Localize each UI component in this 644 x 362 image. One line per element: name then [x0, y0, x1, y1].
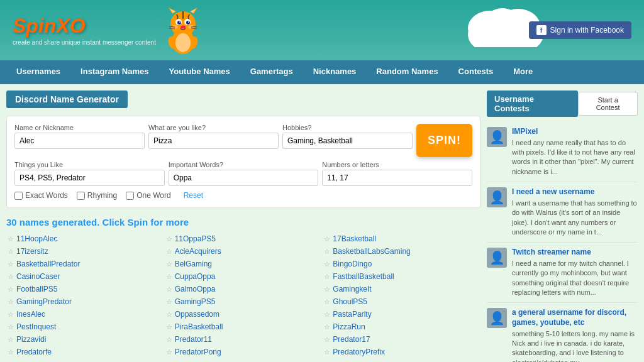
things-input[interactable]	[14, 170, 165, 186]
name-item[interactable]: ☆PestInquest	[6, 321, 164, 333]
contest-item: 👤 I need a new username I want a usernam…	[487, 182, 638, 243]
names-col2: ☆11OppaPS5 ☆AcieAcquirers ☆BelGaming ☆Cu…	[165, 233, 323, 358]
name-text: GhoulPS5	[333, 297, 367, 306]
one-word-text: One Word	[136, 191, 170, 200]
name-item[interactable]: ☆GamingPredator	[6, 295, 164, 308]
svg-point-12	[180, 26, 186, 29]
main-layout: Discord Name Generator Name or Nickname …	[0, 84, 644, 362]
contest-title[interactable]: a general username for discord, games, y…	[512, 308, 638, 327]
nav-nicknames[interactable]: Nicknames	[303, 60, 367, 84]
name-item[interactable]: ☆FootballPS5	[6, 283, 164, 295]
form-grid: Name or Nickname What are you like? Hobb…	[14, 124, 472, 157]
svg-point-11	[188, 21, 189, 23]
one-word-label[interactable]: One Word	[126, 191, 170, 200]
name-text: BelGaming	[175, 260, 212, 268]
name-item[interactable]: ☆11OppaPS5	[165, 233, 323, 245]
name-item[interactable]: ☆Predatorfe	[6, 346, 164, 358]
contest-title[interactable]: IMPixel	[512, 127, 638, 137]
name-item[interactable]: ☆BingoDingo	[323, 258, 480, 270]
like-label: What are you like?	[148, 124, 279, 131]
star-icon: ☆	[324, 285, 330, 293]
name-item[interactable]: ☆CuppaOppa	[165, 270, 323, 283]
contest-text: I need a new username I want a username …	[512, 187, 638, 237]
name-item[interactable]: ☆PredatoryPrefix	[323, 346, 480, 358]
name-item[interactable]: ☆Predator11	[165, 333, 323, 346]
hobbies-field-group: Hobbies?	[282, 124, 413, 149]
name-item[interactable]: ☆PastaParity	[323, 308, 480, 321]
name-item[interactable]: ☆Predator17	[323, 333, 480, 346]
nav-gamertags[interactable]: Gamertags	[240, 60, 303, 84]
contest-title[interactable]: Twitch streamer name	[512, 248, 638, 258]
sidebar-header: Username Contests Start a Contest	[487, 90, 638, 117]
nav-random[interactable]: Random Names	[366, 60, 448, 84]
star-icon: ☆	[324, 310, 330, 319]
name-input[interactable]	[14, 133, 145, 149]
rhyming-label[interactable]: Rhyming	[77, 191, 117, 200]
avatar-icon: 👤	[489, 190, 505, 205]
results-header: 30 names generated. Click Spin for more	[6, 217, 480, 228]
name-field-group: Name or Nickname	[14, 124, 145, 149]
rhyming-text: Rhyming	[87, 191, 117, 200]
exact-words-label[interactable]: Exact Words	[14, 191, 68, 200]
name-item[interactable]: ☆BasketballPredator	[6, 258, 164, 270]
contest-title[interactable]: I need a new username	[512, 187, 638, 197]
name-item[interactable]: ☆PiraBasketball	[165, 321, 323, 333]
name-item[interactable]: ☆PredatorPong	[165, 346, 323, 358]
name-text: CasinoCaser	[16, 272, 60, 281]
star-icon: ☆	[324, 348, 330, 356]
name-item[interactable]: ☆FastballBasketball	[323, 270, 480, 283]
name-text: Predator17	[333, 335, 370, 344]
xo-text: XO	[56, 14, 85, 37]
name-item[interactable]: ☆11HoopAlec	[6, 233, 164, 245]
name-item[interactable]: ☆Pizzavidi	[6, 333, 164, 346]
exact-words-checkbox[interactable]	[14, 192, 23, 200]
name-item[interactable]: ☆GamingkеIt	[323, 283, 480, 295]
name-item[interactable]: ☆17Basketball	[323, 233, 480, 245]
name-item[interactable]: ☆BasketballLabsGaming	[323, 245, 480, 258]
numbers-field-group: Numbers or letters	[322, 161, 472, 186]
star-icon: ☆	[8, 310, 14, 319]
reset-link[interactable]: Reset	[184, 191, 203, 200]
name-text: PredatoryPrefix	[333, 348, 385, 356]
nav-contests[interactable]: Contests	[448, 60, 504, 84]
hobbies-input[interactable]	[282, 133, 413, 149]
sidebar-title: Username Contests	[487, 90, 578, 117]
svg-point-8	[177, 21, 181, 25]
name-item[interactable]: ☆BelGaming	[165, 258, 323, 270]
star-icon: ☆	[324, 273, 330, 281]
nav-more[interactable]: More	[503, 60, 543, 84]
fb-signin-button[interactable]: f Sign in with Facebook	[529, 21, 631, 39]
logo-text: SpinXO	[13, 14, 156, 38]
name-item[interactable]: ☆PizzaRun	[323, 321, 480, 333]
name-item[interactable]: ☆AcieAcquirers	[165, 245, 323, 258]
star-icon: ☆	[8, 260, 14, 268]
numbers-input[interactable]	[322, 170, 472, 186]
star-icon: ☆	[8, 298, 14, 306]
start-contest-button[interactable]: Start a Contest	[578, 92, 638, 116]
name-text: GamingPredator	[16, 297, 72, 306]
nav-youtube[interactable]: Youtube Names	[159, 60, 240, 84]
name-item[interactable]: ☆GhoulPS5	[323, 295, 480, 308]
rhyming-checkbox[interactable]	[77, 192, 85, 200]
like-input[interactable]	[148, 133, 279, 149]
one-word-checkbox[interactable]	[126, 192, 134, 200]
things-label: Things you Like	[14, 161, 165, 168]
name-item[interactable]: ☆GamingPS5	[165, 295, 323, 308]
name-item[interactable]: ☆CasinoCaser	[6, 270, 164, 283]
name-item[interactable]: ☆InesAlec	[6, 308, 164, 321]
name-item[interactable]: ☆GalmoOppa	[165, 283, 323, 295]
contest-item: 👤 a general username for discord, games,…	[487, 303, 638, 362]
name-text: 17Basketball	[333, 234, 376, 243]
spin-button[interactable]: SPIN!	[416, 124, 472, 157]
name-label: Name or Nickname	[14, 124, 145, 131]
name-item[interactable]: ☆17izersitz	[6, 245, 164, 258]
name-item[interactable]: ☆Oppassedom	[165, 308, 323, 321]
contest-desc: something 5-10 letters long. my name is …	[512, 329, 638, 362]
contest-desc: I need any name really that has to do wi…	[512, 138, 638, 177]
star-icon: ☆	[166, 260, 172, 268]
name-text: 17izersitz	[16, 247, 48, 256]
form-row2: Things you Like Important Words? Numbers…	[14, 161, 472, 186]
nav-instagram[interactable]: Instagram Names	[70, 60, 158, 84]
important-input[interactable]	[169, 170, 319, 186]
nav-usernames[interactable]: Usernames	[6, 60, 70, 84]
